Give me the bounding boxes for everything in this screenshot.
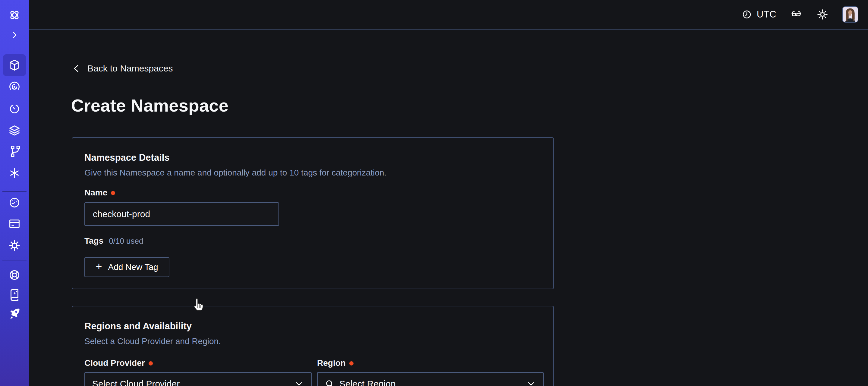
tags-used-counter: 0/10 used <box>109 236 143 246</box>
back-link-label: Back to Namespaces <box>87 63 173 73</box>
sidebar-expand-button[interactable] <box>0 25 29 44</box>
sidebar-item-docs[interactable] <box>0 285 29 304</box>
rail-divider <box>2 191 27 192</box>
sun-icon <box>816 8 829 21</box>
sidebar-item-insights[interactable] <box>0 77 29 96</box>
life-buoy-icon <box>7 268 22 282</box>
sidebar-item-usage[interactable] <box>0 193 29 212</box>
add-tag-button-label: Add New Tag <box>108 262 158 272</box>
name-label-text: Name <box>84 188 107 198</box>
sidebar-item-support[interactable] <box>0 265 29 285</box>
temporal-logo[interactable] <box>0 5 29 25</box>
sidebar-item-nexus[interactable] <box>0 164 29 183</box>
region-select-value: Select Region <box>339 379 521 386</box>
book-sparkle-icon <box>7 287 22 301</box>
sidebar-item-settings[interactable] <box>0 236 29 255</box>
gear-icon <box>7 239 22 253</box>
card-subtitle: Select a Cloud Provider and Region. <box>84 336 221 346</box>
search-icon <box>325 379 335 386</box>
clock-icon <box>741 9 752 20</box>
namespace-name-input[interactable] <box>84 202 279 226</box>
required-indicator <box>111 191 115 195</box>
labs-toggle-button[interactable] <box>789 8 803 21</box>
timer-icon <box>7 101 22 116</box>
tags-label: Tags <box>84 236 103 246</box>
region-label-text: Region <box>317 358 346 368</box>
card-title: Regions and Availability <box>84 321 192 332</box>
chevron-down-icon <box>526 379 536 386</box>
sidebar-item-namespaces[interactable] <box>0 56 29 75</box>
branch-icon <box>7 144 22 158</box>
back-to-namespaces-link[interactable]: Back to Namespaces <box>72 63 173 73</box>
chevron-down-icon <box>294 379 304 386</box>
tags-row: Tags 0/10 used <box>84 236 144 246</box>
main-content: Back to Namespaces Create Namespace Name… <box>29 30 868 386</box>
iris-icon <box>7 80 22 93</box>
timezone-button[interactable]: UTC <box>741 9 776 20</box>
cube-icon <box>7 58 22 72</box>
plus-icon: + <box>96 261 102 272</box>
sidebar-item-workflows[interactable] <box>0 142 29 161</box>
required-indicator <box>149 361 153 365</box>
sidebar-item-retention[interactable] <box>0 99 29 118</box>
region-select[interactable]: Select Region <box>317 372 544 386</box>
chevron-right-icon <box>9 29 20 41</box>
temporal-logo-icon <box>7 8 22 22</box>
credit-card-icon <box>7 217 22 231</box>
glasses-icon <box>789 8 803 21</box>
card-subtitle: Give this Namespace a name and optionall… <box>84 168 386 178</box>
rocket-icon <box>7 307 22 321</box>
topbar: UTC <box>29 0 868 30</box>
chevron-left-icon <box>72 64 82 73</box>
gauge-icon <box>7 196 22 210</box>
sidebar-item-deployments[interactable] <box>0 121 29 140</box>
cloud-provider-label-text: Cloud Provider <box>84 358 145 368</box>
avatar-image <box>843 7 858 22</box>
sidebar-item-billing[interactable] <box>0 214 29 233</box>
namespace-details-card: Namespace Details Give this Namespace a … <box>72 137 554 289</box>
page-title: Create Namespace <box>71 95 228 116</box>
card-title: Namespace Details <box>84 152 170 163</box>
timezone-label: UTC <box>757 9 776 20</box>
region-label: Region <box>317 358 353 368</box>
sidebar-rail <box>0 0 29 386</box>
add-new-tag-button[interactable]: + Add New Tag <box>84 257 169 277</box>
layers-icon <box>7 123 22 137</box>
name-field-label: Name <box>84 188 115 198</box>
cloud-provider-label: Cloud Provider <box>84 358 153 368</box>
required-indicator <box>349 361 353 365</box>
sidebar-item-getting-started[interactable] <box>0 304 29 323</box>
cloud-provider-select-value: Select Cloud Provider <box>92 379 289 386</box>
regions-availability-card: Regions and Availability Select a Cloud … <box>72 306 554 386</box>
asterisk-icon <box>8 167 21 180</box>
user-avatar[interactable] <box>842 6 858 23</box>
cloud-provider-select[interactable]: Select Cloud Provider <box>84 372 312 386</box>
theme-toggle-button[interactable] <box>816 8 829 21</box>
rail-divider <box>2 261 27 261</box>
